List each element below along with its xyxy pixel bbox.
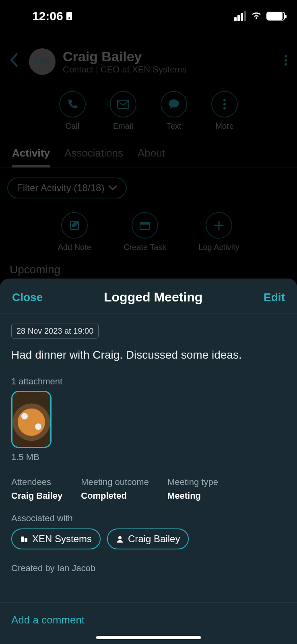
logged-meeting-sheet: Close Logged Meeting Edit 28 Nov 2023 at… xyxy=(0,279,297,644)
more-label: More xyxy=(215,122,234,131)
svg-point-2 xyxy=(285,55,287,58)
svg-point-4 xyxy=(285,63,287,66)
portrait-lock-icon xyxy=(66,11,73,21)
building-icon xyxy=(20,535,28,543)
svg-point-14 xyxy=(118,536,122,539)
association-chips: XEN Systems Craig Bailey xyxy=(11,528,286,549)
text-label: Text xyxy=(167,122,182,131)
close-button[interactable]: Close xyxy=(12,291,43,304)
create-task-label: Create Task xyxy=(124,243,166,252)
sheet-body: 28 Nov 2023 at 19:00 Had dinner with Cra… xyxy=(0,314,297,602)
email-action[interactable]: Email xyxy=(110,91,136,131)
outcome-value: Completed xyxy=(81,491,149,501)
call-action[interactable]: Call xyxy=(59,91,86,131)
upcoming-heading: Upcoming xyxy=(0,260,297,279)
more-action[interactable]: More xyxy=(211,91,238,131)
meeting-meta: Attendees Craig Bailey Meeting outcome C… xyxy=(11,477,286,501)
chat-icon xyxy=(161,91,187,118)
tab-associations[interactable]: Associations xyxy=(64,147,123,167)
battery-icon xyxy=(266,12,285,21)
sheet-header: Close Logged Meeting Edit xyxy=(0,279,297,314)
svg-rect-5 xyxy=(118,100,129,108)
wifi-icon xyxy=(250,11,262,21)
avatar-text: XEN xyxy=(33,57,51,66)
status-bar: 12:06 xyxy=(0,0,297,32)
person-icon xyxy=(116,535,124,543)
create-task-action[interactable]: Create Task xyxy=(124,212,166,252)
back-chevron-icon[interactable] xyxy=(10,53,22,70)
filter-activity-button[interactable]: Filter Activity (18/18) xyxy=(7,178,127,198)
associated-with-label: Associated with xyxy=(11,513,286,524)
type-label: Meeting type xyxy=(167,477,218,487)
more-menu-icon[interactable] xyxy=(284,55,287,69)
add-comment-button[interactable]: Add a comment xyxy=(11,614,286,626)
svg-rect-13 xyxy=(25,538,27,542)
plus-icon xyxy=(206,212,232,239)
sheet-title: Logged Meeting xyxy=(104,290,202,305)
activity-actions: Add Note Create Task Log Activity xyxy=(0,208,297,260)
home-indicator[interactable] xyxy=(96,636,201,639)
attendees-value: Craig Bailey xyxy=(11,491,62,501)
association-company-label: XEN Systems xyxy=(32,533,92,545)
svg-rect-11 xyxy=(140,222,150,225)
created-by: Created by Ian Jacob xyxy=(11,563,286,574)
attachment-count: 1 attachment xyxy=(11,376,286,387)
avatar: XEN xyxy=(29,48,56,75)
phone-icon xyxy=(59,91,86,118)
pizza-image xyxy=(12,392,50,447)
add-note-label: Add Note xyxy=(58,243,91,252)
association-contact-label: Craig Bailey xyxy=(128,533,180,545)
call-label: Call xyxy=(66,122,79,131)
email-icon xyxy=(110,91,136,118)
clock-text: 12:06 xyxy=(32,9,63,23)
dots-icon xyxy=(211,91,238,118)
note-icon xyxy=(61,212,88,239)
quick-actions: Call Email Text More xyxy=(0,83,297,143)
svg-point-8 xyxy=(223,107,226,109)
tab-about[interactable]: About xyxy=(138,147,165,167)
text-action[interactable]: Text xyxy=(161,91,187,131)
outcome-label: Meeting outcome xyxy=(81,477,149,487)
email-label: Email xyxy=(113,122,133,131)
svg-point-3 xyxy=(285,59,287,62)
svg-point-1 xyxy=(68,17,70,19)
status-icons xyxy=(234,11,285,21)
attachment-size: 1.5 MB xyxy=(11,452,286,462)
attendees-col: Attendees Craig Bailey xyxy=(11,477,62,501)
add-note-action[interactable]: Add Note xyxy=(58,212,91,252)
svg-point-6 xyxy=(223,99,226,101)
association-company-chip[interactable]: XEN Systems xyxy=(11,528,101,549)
type-value: Meeting xyxy=(167,491,218,501)
association-contact-chip[interactable]: Craig Bailey xyxy=(107,528,189,549)
chevron-down-icon xyxy=(108,185,117,191)
attachment-thumbnail[interactable] xyxy=(11,391,52,448)
contact-subtitle: Contact | CEO at XEN Systems xyxy=(63,64,187,75)
filter-label: Filter Activity (18/18) xyxy=(17,182,104,194)
cellular-signal-icon xyxy=(234,11,246,21)
task-icon xyxy=(132,212,158,239)
date-chip[interactable]: 28 Nov 2023 at 19:00 xyxy=(11,324,99,339)
outcome-col: Meeting outcome Completed xyxy=(81,477,149,501)
tab-activity[interactable]: Activity xyxy=(12,147,50,167)
contact-name: Craig Bailey xyxy=(63,49,187,64)
attendees-label: Attendees xyxy=(11,477,62,487)
svg-point-7 xyxy=(223,103,226,105)
meeting-note: Had dinner with Craig. Discussed some id… xyxy=(11,347,286,363)
status-time: 12:06 xyxy=(32,9,73,23)
log-activity-label: Log Activity xyxy=(198,243,239,252)
log-activity-action[interactable]: Log Activity xyxy=(198,212,239,252)
tabs: Activity Associations About xyxy=(0,143,297,168)
svg-rect-12 xyxy=(21,537,24,542)
edit-button[interactable]: Edit xyxy=(264,291,285,304)
type-col: Meeting type Meeting xyxy=(167,477,218,501)
contact-header: XEN Craig Bailey Contact | CEO at XEN Sy… xyxy=(0,40,297,83)
